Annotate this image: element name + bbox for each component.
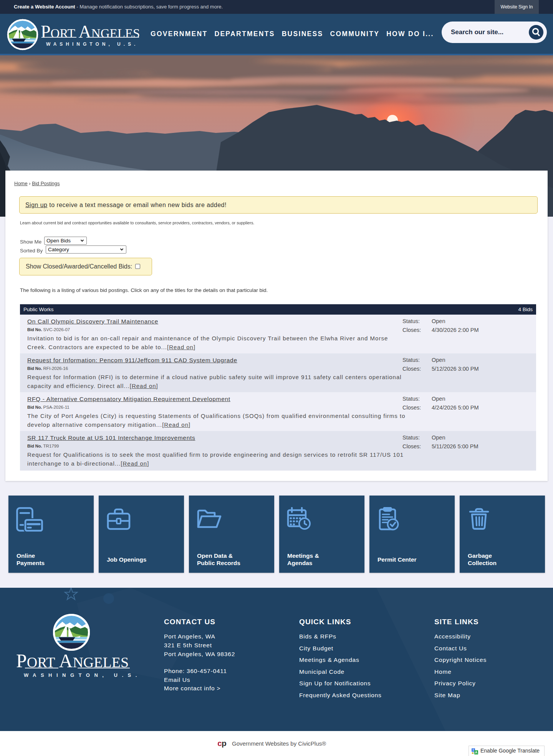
svg-text:p: p	[222, 739, 227, 748]
